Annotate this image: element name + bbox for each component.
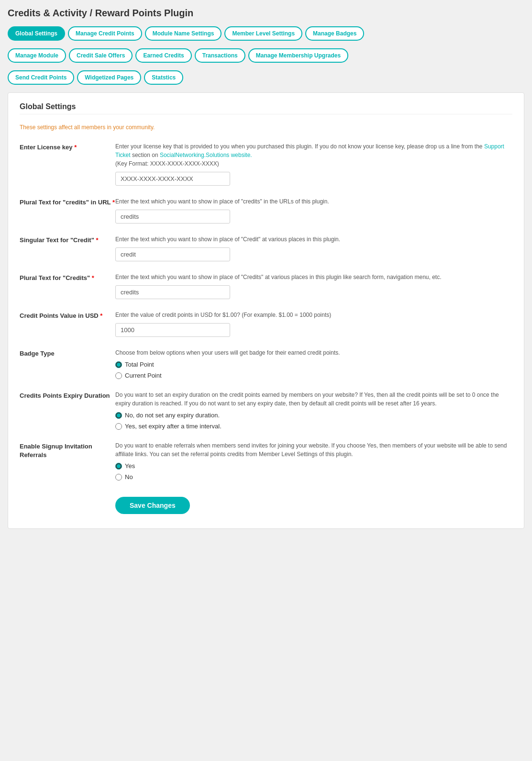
singular-credit-desc: Enter the text which you want to show in…: [115, 235, 512, 244]
tab-transactions[interactable]: Transactions: [195, 48, 245, 63]
save-button-container: Save Changes: [20, 492, 512, 514]
tab-member-level-settings[interactable]: Member Level Settings: [224, 26, 302, 41]
tab-widgetized-pages[interactable]: Widgetized Pages: [77, 70, 141, 85]
expiry-duration-row: Credits Points Expiry Duration Do you wa…: [20, 391, 512, 430]
plural-url-input[interactable]: [115, 210, 230, 224]
license-key-row: Enter License key * Enter your license k…: [20, 142, 512, 186]
license-key-input[interactable]: [115, 172, 230, 186]
expiry-no-label: No, do not set any expiry duration.: [125, 412, 220, 419]
panel-title: Global Settings: [20, 102, 512, 111]
panel-subtitle: These settings affect all members in you…: [20, 124, 512, 131]
expiry-yes-option[interactable]: Yes, set expiry after a time interval.: [115, 423, 512, 430]
expiry-no-radio[interactable]: [115, 412, 122, 419]
credit-points-value-desc: Enter the value of credit points in USD …: [115, 311, 512, 319]
tab-send-credit-points[interactable]: Send Credit Points: [8, 70, 74, 85]
badge-type-field: Choose from below options when your user…: [115, 348, 512, 379]
tabs-row1: Global Settings Manage Credit Points Mod…: [8, 26, 524, 41]
plural-credits-desc: Enter the text which you want to show in…: [115, 273, 512, 281]
credit-points-value-label: Credit Points Value in USD *: [20, 311, 115, 320]
signup-yes-radio[interactable]: [115, 463, 122, 470]
tabs-row3: Send Credit Points Widgetized Pages Stat…: [8, 70, 524, 85]
badge-total-point-label: Total Point: [125, 361, 154, 368]
plural-url-field: Enter the text which you want to show in…: [115, 197, 512, 224]
credit-points-value-row: Credit Points Value in USD * Enter the v…: [20, 311, 512, 337]
save-changes-button[interactable]: Save Changes: [115, 497, 190, 514]
signup-invitation-row: Enable Signup Invitation Referrals Do yo…: [20, 441, 512, 481]
signup-invitation-label: Enable Signup Invitation Referrals: [20, 441, 115, 459]
tab-global-settings[interactable]: Global Settings: [8, 26, 65, 41]
expiry-duration-radio-group: No, do not set any expiry duration. Yes,…: [115, 412, 512, 430]
singular-credit-field: Enter the text which you want to show in…: [115, 235, 512, 261]
badge-current-point-radio[interactable]: [115, 372, 122, 379]
signup-no-option[interactable]: No: [115, 473, 512, 481]
plural-url-desc: Enter the text which you want to show in…: [115, 197, 512, 206]
plural-credits-label: Plural Text for "Credits" *: [20, 273, 115, 282]
tab-manage-membership-upgrades[interactable]: Manage Membership Upgrades: [248, 48, 348, 63]
signup-invitation-field: Do you want to enable referrals when mem…: [115, 441, 512, 481]
tab-manage-module[interactable]: Manage Module: [8, 48, 66, 63]
badge-total-point-option[interactable]: Total Point: [115, 361, 512, 368]
plural-url-label: Plural Text for "credits" in URL *: [20, 197, 115, 207]
license-key-desc: Enter your license key that is provided …: [115, 142, 512, 168]
expiry-no-option[interactable]: No, do not set any expiry duration.: [115, 412, 512, 419]
credit-points-value-field: Enter the value of credit points in USD …: [115, 311, 512, 337]
plural-url-row: Plural Text for "credits" in URL * Enter…: [20, 197, 512, 224]
signup-invitation-desc: Do you want to enable referrals when mem…: [115, 441, 512, 459]
tab-credit-sale-offers[interactable]: Credit Sale Offers: [69, 48, 133, 63]
page-title: Credits & Activity / Reward Points Plugi…: [8, 8, 524, 19]
singular-credit-label: Singular Text for "Credit" *: [20, 235, 115, 245]
signup-no-radio[interactable]: [115, 474, 122, 481]
expiry-yes-radio[interactable]: [115, 423, 122, 430]
badge-type-label: Badge Type: [20, 348, 115, 358]
signup-invitation-radio-group: Yes No: [115, 462, 512, 481]
tab-statstics[interactable]: Statstics: [144, 70, 183, 85]
plural-credits-field: Enter the text which you want to show in…: [115, 273, 512, 299]
badge-type-radio-group: Total Point Current Point: [115, 361, 512, 379]
expiry-duration-label: Credits Points Expiry Duration: [20, 391, 115, 400]
tab-manage-credit-points[interactable]: Manage Credit Points: [68, 26, 142, 41]
signup-no-label: No: [125, 473, 133, 481]
tab-earned-credits[interactable]: Earned Credits: [135, 48, 191, 63]
plural-credits-input[interactable]: [115, 285, 230, 299]
plural-credits-row: Plural Text for "Credits" * Enter the te…: [20, 273, 512, 299]
tab-module-name-settings[interactable]: Module Name Settings: [145, 26, 222, 41]
expiry-yes-label: Yes, set expiry after a time interval.: [125, 423, 222, 430]
tabs-row2: Manage Module Credit Sale Offers Earned …: [8, 48, 524, 63]
tab-manage-badges[interactable]: Manage Badges: [305, 26, 364, 41]
signup-yes-option[interactable]: Yes: [115, 462, 512, 470]
license-key-field: Enter your license key that is provided …: [115, 142, 512, 186]
expiry-duration-desc: Do you want to set an expiry duration on…: [115, 391, 512, 408]
badge-type-row: Badge Type Choose from below options whe…: [20, 348, 512, 379]
badge-current-point-option[interactable]: Current Point: [115, 372, 512, 379]
singular-credit-row: Singular Text for "Credit" * Enter the t…: [20, 235, 512, 261]
credit-points-value-input[interactable]: [115, 323, 230, 337]
license-key-label: Enter License key *: [20, 142, 115, 152]
sns-website-link[interactable]: SocialNetworking.Solutions website.: [160, 152, 252, 158]
badge-total-point-radio[interactable]: [115, 361, 122, 368]
expiry-duration-field: Do you want to set an expiry duration on…: [115, 391, 512, 430]
badge-current-point-label: Current Point: [125, 372, 162, 379]
badge-type-desc: Choose from below options when your user…: [115, 348, 512, 357]
singular-credit-input[interactable]: [115, 247, 230, 261]
signup-yes-label: Yes: [125, 462, 135, 470]
global-settings-panel: Global Settings These settings affect al…: [8, 92, 524, 529]
